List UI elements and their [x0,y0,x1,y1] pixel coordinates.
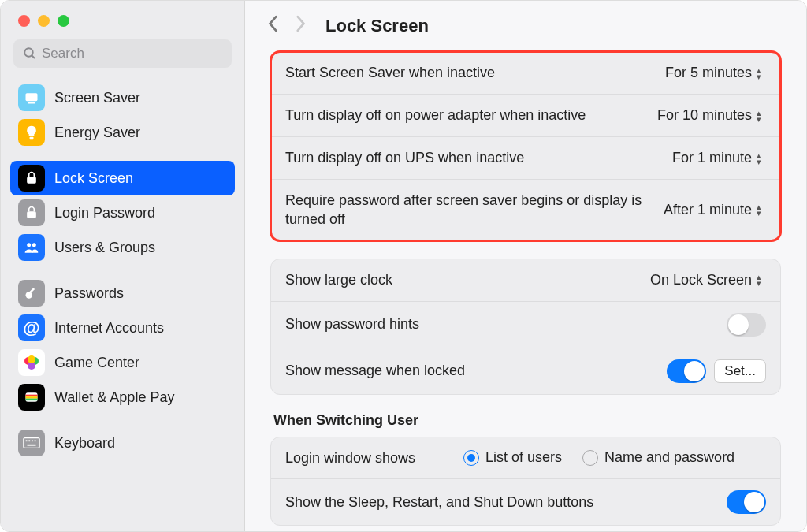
switching-heading: When Switching User [270,412,781,437]
svg-point-0 [24,48,33,57]
sleep-buttons-row: Show the Sleep, Restart, and Shut Down b… [271,479,780,525]
timing-label: Require password after screen saver begi… [285,191,643,229]
sidebar-item-label: Game Center [54,355,139,371]
game-center-icon [18,349,45,376]
svg-point-12 [26,292,32,298]
sidebar-item-label: Users & Groups [54,240,155,256]
svg-rect-26 [35,440,36,441]
timing-dropdown[interactable]: After 1 minute▴▾ [656,200,766,220]
sidebar-item-label: Wallet & Apple Pay [54,389,174,406]
timing-value: For 5 minutes [665,65,752,81]
svg-rect-23 [26,440,28,441]
timing-label: Turn display off on power adapter when i… [285,106,637,125]
search-input[interactable] [13,39,232,68]
svg-point-10 [27,243,31,247]
wallet-icon [18,384,45,411]
password-hints-label: Show password hints [285,314,714,333]
svg-rect-13 [28,288,35,294]
password-hints-toggle[interactable] [727,313,766,337]
sidebar-item-label: Login Password [54,205,155,221]
sidebar-item-wallet-apple-pay[interactable]: Wallet & Apple Pay [10,380,235,415]
svg-rect-19 [26,395,38,397]
svg-rect-27 [28,445,36,446]
timing-dropdown[interactable]: For 5 minutes▴▾ [657,63,766,83]
key-icon [18,280,45,307]
sidebar-item-energy-saver[interactable]: Energy Saver [10,115,235,150]
locked-message-toggle[interactable] [667,359,706,383]
sidebar-item-label: Lock Screen [54,170,133,187]
sidebar-item-login-password[interactable]: Login Password [10,195,235,230]
close-window-button[interactable] [18,15,30,27]
svg-rect-24 [28,440,30,441]
timing-row: Start Screen Saver when inactiveFor 5 mi… [271,52,780,95]
svg-point-17 [28,355,35,363]
minimize-window-button[interactable] [38,15,50,27]
svg-rect-5 [27,177,36,183]
svg-rect-9 [27,211,36,218]
sidebar-item-internet-accounts[interactable]: @Internet Accounts [10,311,235,345]
chevron-updown-icon: ▴▾ [757,273,761,286]
svg-point-7 [31,180,32,182]
svg-point-8 [33,180,35,182]
login-window-label: Login window shows [285,448,451,467]
sidebar-item-game-center[interactable]: Game Center [10,345,235,380]
sidebar: Screen SaverEnergy SaverLock ScreenLogin… [1,1,245,531]
password-hints-row: Show password hints [271,302,780,348]
login-list-option[interactable]: List of users [463,449,562,466]
large-clock-label: Show large clock [285,270,630,289]
svg-rect-2 [26,93,38,101]
sidebar-item-users-groups[interactable]: Users & Groups [10,230,235,265]
large-clock-dropdown[interactable]: On Lock Screen ▴▾ [642,270,766,290]
forward-button[interactable] [294,15,307,37]
keyboard-icon [18,430,45,456]
timing-row: Turn display off on UPS when inactiveFor… [271,137,780,180]
sidebar-item-label: Energy Saver [54,125,140,141]
settings-window: Screen SaverEnergy SaverLock ScreenLogin… [0,0,807,532]
bulb-icon [18,119,45,146]
main-panel: Lock Screen Start Screen Saver when inac… [245,1,806,531]
search-icon [23,47,37,64]
sidebar-item-lock-screen[interactable]: Lock Screen [10,161,235,195]
svg-rect-25 [32,440,33,441]
sidebar-item-keyboard[interactable]: Keyboard [10,426,235,460]
large-clock-value: On Lock Screen [650,272,752,288]
sidebar-item-passwords[interactable]: Passwords [10,276,235,311]
timing-dropdown[interactable]: For 10 minutes▴▾ [649,106,766,125]
at-icon: @ [18,314,45,341]
chevron-updown-icon: ▴▾ [757,67,761,80]
main-header: Lock Screen [245,1,806,43]
sleep-buttons-label: Show the Sleep, Restart, and Shut Down b… [285,493,714,512]
sidebar-nav: Screen SaverEnergy SaverLock ScreenLogin… [1,80,244,471]
chevron-updown-icon: ▴▾ [757,152,761,165]
screen-saver-icon [18,84,45,111]
page-title: Lock Screen [325,16,429,36]
back-button[interactable] [267,15,280,37]
login-name-option[interactable]: Name and password [582,449,734,466]
fullscreen-window-button[interactable] [58,15,69,27]
svg-rect-20 [26,396,38,399]
svg-rect-21 [26,399,38,401]
sidebar-item-label: Screen Saver [54,90,140,106]
timing-row: Turn display off on power adapter when i… [271,95,780,137]
radio-selected-icon [463,450,479,466]
sleep-buttons-toggle[interactable] [727,490,766,514]
sidebar-item-screen-saver[interactable]: Screen Saver [10,80,235,115]
set-message-button[interactable]: Set... [714,359,766,383]
users-icon [18,234,45,261]
chevron-updown-icon: ▴▾ [757,110,761,122]
timing-label: Turn display off on UPS when inactive [285,148,652,167]
timing-section: Start Screen Saver when inactiveFor 5 mi… [270,51,781,241]
content-area: Start Screen Saver when inactiveFor 5 mi… [245,43,806,531]
sidebar-item-label: Internet Accounts [54,320,164,337]
svg-line-1 [32,55,35,58]
timing-row: Require password after screen saver begi… [271,180,780,240]
large-clock-row: Show large clock On Lock Screen ▴▾ [271,259,780,302]
svg-rect-4 [30,137,34,140]
timing-dropdown[interactable]: For 1 minute▴▾ [664,148,766,168]
locked-message-row: Show message when locked Set... [271,348,780,394]
display-section: Show large clock On Lock Screen ▴▾ Show … [270,259,781,395]
sidebar-item-label: Passwords [54,285,124,302]
chevron-updown-icon: ▴▾ [757,203,761,216]
lock-solid-icon [18,199,45,226]
sidebar-item-label: Keyboard [54,435,115,452]
